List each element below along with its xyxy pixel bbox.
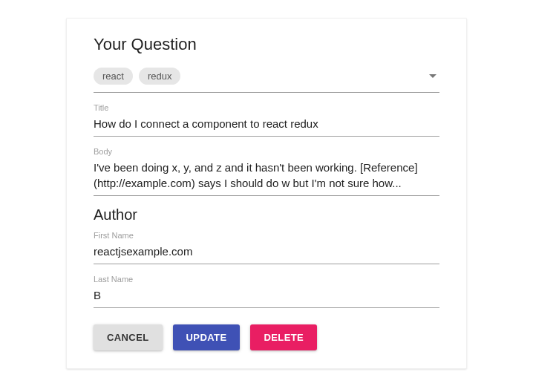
heading-question: Your Question <box>94 35 439 54</box>
question-form-card: Your Question react redux Title Body I'v… <box>66 18 467 369</box>
field-last-name: Last Name <box>94 275 439 308</box>
input-title[interactable] <box>94 115 439 137</box>
chevron-down-icon[interactable] <box>429 74 436 78</box>
label-body: Body <box>94 147 439 156</box>
tags-select[interactable]: react redux <box>94 68 439 93</box>
update-button[interactable]: Update <box>173 324 241 350</box>
delete-button[interactable]: Delete <box>250 324 317 350</box>
label-first-name: First Name <box>94 231 439 240</box>
tags-chips: react redux <box>94 68 180 85</box>
field-title: Title <box>94 103 439 137</box>
label-title: Title <box>94 103 439 112</box>
label-last-name: Last Name <box>94 275 439 284</box>
field-body: Body I've been doing x, y, and z and it … <box>94 147 439 196</box>
button-row: Cancel Update Delete <box>94 324 439 350</box>
input-body[interactable]: I've been doing x, y, and z and it hasn'… <box>94 159 439 196</box>
chip-tag[interactable]: react <box>94 68 133 85</box>
input-first-name[interactable] <box>94 243 439 264</box>
field-first-name: First Name <box>94 231 439 264</box>
chip-tag[interactable]: redux <box>139 68 181 85</box>
cancel-button[interactable]: Cancel <box>94 324 163 350</box>
input-last-name[interactable] <box>94 287 439 308</box>
heading-author: Author <box>94 206 439 223</box>
